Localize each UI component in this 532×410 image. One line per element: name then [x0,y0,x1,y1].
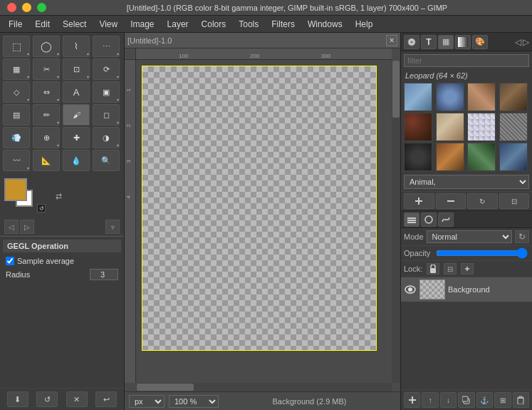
brush-item[interactable] [436,113,464,141]
brush-item[interactable] [436,143,464,171]
menu-image[interactable]: Image [125,18,160,31]
brush-item[interactable] [404,113,432,141]
lock-alpha-button[interactable]: ⊟ [444,263,457,275]
tool-text[interactable]: A [63,81,90,103]
brush-item[interactable] [436,83,464,111]
menu-select[interactable]: Select [57,18,92,31]
tool-scissors[interactable]: ✂▾ [33,58,60,80]
toolbox-nav-next[interactable]: ▷ [20,220,34,234]
brush-item[interactable] [404,83,432,111]
tool-color-picker[interactable]: 💧 [63,150,90,171]
tool-flip[interactable]: ⇔▾ [33,81,60,103]
toolbox-config[interactable]: ▿ [105,220,120,234]
menu-colors[interactable]: Colors [196,18,232,31]
tool-measure[interactable]: 📐 [33,150,60,171]
tool-bucket[interactable]: ▣▾ [93,81,120,103]
horizontal-scrollbar[interactable] [136,383,392,391]
menu-help[interactable]: Help [350,18,379,31]
tool-by-color[interactable]: ▦▾ [3,58,30,80]
vertical-scrollbar[interactable] [392,60,400,383]
layers-bottom-merge[interactable]: ⊞ [494,392,511,408]
tool-ellipse-select[interactable]: ◯▾ [33,36,60,57]
tool-airbrush[interactable]: 💨 [3,127,30,148]
palettes-panel-icon[interactable]: 🎨 [472,35,488,49]
layer-visibility-toggle[interactable] [404,283,417,296]
lock-position-button[interactable] [461,263,474,275]
menu-layer[interactable]: Layer [162,18,194,31]
layer-mode-select[interactable]: Normal Multiply Screen Overlay [427,230,512,243]
layers-tab[interactable] [404,212,419,227]
radius-input[interactable] [90,269,118,280]
import-button[interactable]: ⬇ [7,391,28,407]
toolbox-nav-prev[interactable]: ◁ [4,220,19,234]
patterns-panel-icon[interactable]: ▦ [438,35,454,49]
tool-zoom[interactable]: 🔍 [93,150,120,171]
canvas-close-button[interactable]: ✕ [386,35,397,46]
tool-heal[interactable]: ✚ [63,127,90,148]
maximize-button[interactable] [37,3,46,12]
gradients-panel-icon[interactable] [455,35,471,49]
brush-duplicate-button[interactable]: ⊡ [499,193,530,209]
menu-file[interactable]: File [3,18,28,31]
layers-bottom-new[interactable] [404,392,420,408]
foreground-color[interactable] [4,178,27,201]
brush-item[interactable] [467,113,496,141]
tool-perspective[interactable]: ◇▾ [3,81,30,103]
layers-bottom-delete[interactable] [513,392,529,408]
swap-colors-button[interactable]: ⇄ [56,192,62,201]
vertical-scroll-thumb[interactable] [392,61,400,118]
minimize-button[interactable] [22,3,31,12]
brush-new-button[interactable] [404,193,434,209]
tool-smudge[interactable]: 〰▾ [3,150,30,171]
menu-view[interactable]: View [93,18,123,31]
cancel-button[interactable]: ✕ [66,391,88,407]
tool-paintbrush[interactable]: 🖌 [63,104,90,125]
tool-eraser[interactable]: ◻▾ [93,104,120,125]
close-button[interactable] [7,3,16,12]
brush-filter-input[interactable] [404,54,529,67]
layer-item[interactable]: Background [401,277,532,302]
unit-selector[interactable]: px mm in [129,395,165,408]
brush-item[interactable] [467,83,496,111]
undo-button[interactable]: ↺ [36,391,58,407]
reset-button[interactable]: ↩ [95,391,117,407]
brush-item[interactable] [499,143,528,171]
canvas-image[interactable] [142,66,377,351]
lock-pixels-button[interactable] [427,263,439,275]
brush-item[interactable] [499,113,528,141]
menu-filters[interactable]: Filters [266,18,301,31]
paths-tab[interactable] [438,212,454,227]
mode-reset-button[interactable]: ↻ [515,230,529,243]
channels-tab[interactable] [421,212,437,227]
tool-pencil[interactable]: ✏▾ [33,104,60,125]
zoom-selector[interactable]: 100 % 50 % 200 % [169,395,219,408]
canvas-inner[interactable] [136,60,392,383]
tool-free-select[interactable]: ⌇▾ [63,36,90,57]
horizontal-scroll-thumb[interactable] [137,384,194,391]
panel-tab-prev[interactable]: ◁ [515,37,521,47]
brush-category-select[interactable]: Animal, Nature Abstract [404,175,529,189]
reset-colors-button[interactable]: ↺ [37,204,46,212]
menu-tools[interactable]: Tools [233,18,264,31]
layers-bottom-duplicate[interactable] [458,392,474,408]
layers-bottom-move-down[interactable]: ↓ [440,392,457,408]
layers-bottom-move-up[interactable]: ↑ [422,392,438,408]
tool-crop[interactable]: ⊡▾ [63,58,90,80]
brush-item[interactable] [499,83,528,111]
brush-delete-button[interactable] [436,193,466,209]
window-controls[interactable] [4,3,46,12]
tool-fuzzy-select[interactable]: ⋯▾ [93,36,120,57]
tool-rect-select[interactable]: ⬚▾ [3,36,30,57]
menu-edit[interactable]: Edit [29,18,56,31]
tool-dodge[interactable]: ◑▾ [93,127,120,148]
brushes-panel-icon[interactable] [404,35,419,49]
layers-bottom-anchor[interactable]: ⚓ [476,392,493,408]
tool-clone[interactable]: ⊕▾ [33,127,60,148]
sample-average-checkbox[interactable] [6,257,14,265]
tool-blend[interactable]: ▤ [3,104,30,125]
panel-tab-next[interactable]: ▷ [523,37,529,47]
brush-refresh-button[interactable]: ↻ [467,193,498,209]
text-panel-icon[interactable]: T [421,35,437,49]
brush-item[interactable] [404,143,432,171]
menu-windows[interactable]: Windows [302,18,348,31]
